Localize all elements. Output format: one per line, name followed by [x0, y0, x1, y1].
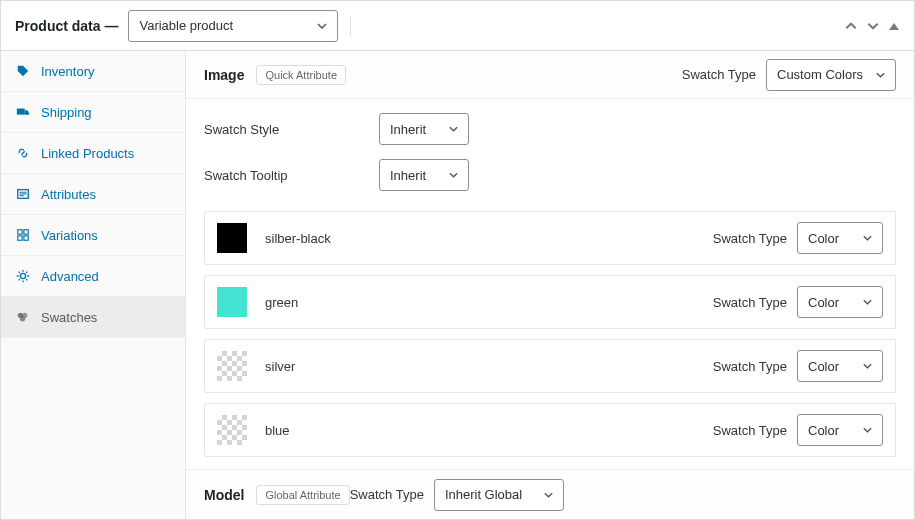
- panel-title: Product data —: [15, 18, 118, 34]
- divider: [350, 16, 351, 36]
- sidebar-item-label: Attributes: [41, 187, 96, 202]
- chevron-down-icon[interactable]: [866, 19, 880, 33]
- color-name: blue: [265, 423, 290, 438]
- attribute-badge: Global Attribute: [256, 485, 349, 505]
- sidebar-item-label: Linked Products: [41, 146, 134, 161]
- sidebar-item-label: Advanced: [41, 269, 99, 284]
- grid-icon: [15, 227, 31, 243]
- color-list: silber-black Swatch Type Color green Swa…: [186, 211, 914, 467]
- option-label: Swatch Style: [204, 122, 379, 137]
- svg-point-6: [20, 273, 25, 278]
- panel-header: Product data — Variable product: [1, 1, 914, 51]
- row-swatch-type-select[interactable]: Color: [797, 414, 883, 446]
- sidebar-item-label: Inventory: [41, 64, 94, 79]
- sidebar-item-attributes[interactable]: Attributes: [1, 174, 185, 215]
- color-row[interactable]: silber-black Swatch Type Color: [204, 211, 896, 265]
- section-header-model: Model Global Attribute Swatch Type Inher…: [186, 469, 914, 519]
- color-swatch: [217, 415, 247, 445]
- row-swatch-type-select[interactable]: Color: [797, 286, 883, 318]
- row-swatch-type-select[interactable]: Color: [797, 350, 883, 382]
- sidebar-item-label: Variations: [41, 228, 98, 243]
- swatches-icon: [15, 309, 31, 325]
- svg-rect-0: [17, 109, 25, 115]
- section-header-image: Image Quick Attribute Swatch Type Custom…: [186, 51, 914, 99]
- color-name: green: [265, 295, 298, 310]
- color-swatch: [217, 223, 247, 253]
- color-row[interactable]: silver Swatch Type Color: [204, 339, 896, 393]
- option-swatch-style: Swatch Style Inherit: [204, 113, 896, 145]
- options-block: Swatch Style Inherit Swatch Tooltip Inhe…: [186, 99, 914, 211]
- sidebar-item-advanced[interactable]: Advanced: [1, 256, 185, 297]
- swatch-type-label: Swatch Type: [682, 67, 756, 82]
- sidebar-item-inventory[interactable]: Inventory: [1, 51, 185, 92]
- swatch-type-select[interactable]: Inherit Global: [434, 479, 564, 511]
- sidebar-item-shipping[interactable]: Shipping: [1, 92, 185, 133]
- sidebar-item-variations[interactable]: Variations: [1, 215, 185, 256]
- svg-rect-2: [18, 230, 22, 234]
- color-name: silber-black: [265, 231, 331, 246]
- product-type-select[interactable]: Variable product: [128, 10, 338, 42]
- sidebar-item-label: Shipping: [41, 105, 92, 120]
- sidebar-item-label: Swatches: [41, 310, 97, 325]
- row-swatch-type-select[interactable]: Color: [797, 222, 883, 254]
- color-row[interactable]: blue Swatch Type Color: [204, 403, 896, 457]
- color-name: silver: [265, 359, 295, 374]
- row-swatch-type-label: Swatch Type: [713, 295, 787, 310]
- color-swatch: [217, 287, 247, 317]
- swatch-type-label: Swatch Type: [350, 487, 424, 502]
- color-row[interactable]: green Swatch Type Color: [204, 275, 896, 329]
- link-icon: [15, 145, 31, 161]
- swatch-style-select[interactable]: Inherit: [379, 113, 469, 145]
- svg-point-9: [20, 316, 25, 321]
- row-swatch-type-label: Swatch Type: [713, 359, 787, 374]
- truck-icon: [15, 104, 31, 120]
- row-swatch-type-label: Swatch Type: [713, 231, 787, 246]
- svg-rect-3: [24, 230, 28, 234]
- product-data-sidebar: Inventory Shipping Linked Products Attri…: [1, 51, 186, 519]
- color-swatch: [217, 351, 247, 381]
- swatch-type-select[interactable]: Custom Colors: [766, 59, 896, 91]
- product-data-panel: Product data — Variable product Inventor…: [0, 0, 915, 520]
- sidebar-item-linked-products[interactable]: Linked Products: [1, 133, 185, 174]
- row-swatch-type-label: Swatch Type: [713, 423, 787, 438]
- content-area: Image Quick Attribute Swatch Type Custom…: [186, 51, 914, 519]
- sidebar-item-swatches[interactable]: Swatches: [1, 297, 185, 338]
- svg-rect-4: [18, 236, 22, 240]
- attribute-badge: Quick Attribute: [256, 65, 346, 85]
- tag-icon: [15, 63, 31, 79]
- section-title: Image: [204, 67, 244, 83]
- chevron-up-icon[interactable]: [844, 19, 858, 33]
- option-label: Swatch Tooltip: [204, 168, 379, 183]
- gear-icon: [15, 268, 31, 284]
- section-title: Model: [204, 487, 244, 503]
- triangle-up-icon[interactable]: [888, 20, 900, 32]
- swatch-tooltip-select[interactable]: Inherit: [379, 159, 469, 191]
- svg-rect-5: [24, 236, 28, 240]
- list-icon: [15, 186, 31, 202]
- option-swatch-tooltip: Swatch Tooltip Inherit: [204, 159, 896, 191]
